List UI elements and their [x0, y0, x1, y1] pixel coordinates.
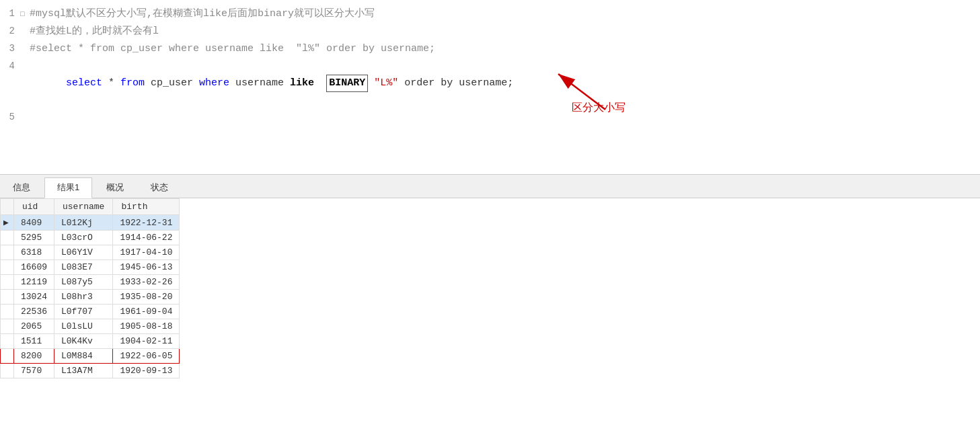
row-indicator — [1, 305, 14, 319]
table-row: 16609L083E71945-06-13 — [1, 260, 180, 275]
cell-uid: 6318 — [14, 245, 54, 260]
cell-username: L13A7M — [54, 364, 113, 378]
cell-uid: 12119 — [14, 275, 54, 290]
table-body: ▶8409L012Kj1922-12-315295L03crO1914-06-2… — [1, 215, 180, 378]
cell-username: L0M884 — [54, 349, 113, 364]
results-area: uid username birth ▶8409L012Kj1922-12-31… — [0, 198, 980, 378]
table-row: 13024L08hr31935-08-20 — [1, 290, 180, 305]
table-name: cp_user — [145, 77, 199, 89]
row-indicator — [1, 364, 14, 378]
cell-username: L06Y1V — [54, 245, 113, 260]
cell-uid: 16609 — [14, 260, 54, 275]
row-indicator — [1, 245, 14, 260]
tab-info[interactable]: 信息 — [0, 177, 43, 198]
line4-content: select * from cp_user where username lik… — [30, 58, 980, 108]
row-indicator — [1, 334, 14, 349]
uid-header: uid — [14, 199, 54, 215]
order-by: order by username; — [398, 77, 513, 89]
space-before-binary — [314, 77, 326, 89]
cell-birth: 1904-02-11 — [113, 334, 180, 349]
cell-birth: 1935-08-20 — [113, 290, 180, 305]
row-indicator — [1, 349, 14, 364]
cell-birth: 1922-12-31 — [113, 215, 180, 231]
cell-uid: 22536 — [14, 305, 54, 319]
tabs-bar: 信息 结果1 概况 状态 — [0, 175, 980, 198]
cell-username: L0K4Kv — [54, 334, 113, 349]
cell-uid: 7570 — [14, 364, 54, 378]
line2-content: #查找姓L的，此时就不会有l — [30, 24, 980, 40]
row-indicator — [1, 260, 14, 275]
cell-username: L03crO — [54, 231, 113, 245]
line-number-4: 4 — [0, 58, 20, 73]
indicator-header — [1, 199, 14, 215]
results-table: uid username birth ▶8409L012Kj1922-12-31… — [0, 198, 180, 378]
binary-keyword: BINARY — [326, 75, 368, 92]
row-indicator — [1, 290, 14, 305]
line-number-1: 1 — [0, 6, 20, 21]
cell-birth: 1961-09-04 — [113, 305, 180, 319]
like-value: "L%" — [368, 77, 398, 89]
cell-birth: 1920-09-13 — [113, 364, 180, 378]
row-indicator: ▶ — [1, 215, 14, 231]
cell-birth: 1914-06-22 — [113, 231, 180, 245]
cell-uid: 8409 — [14, 215, 54, 231]
table-row: ▶8409L012Kj1922-12-31 — [1, 215, 180, 231]
cell-birth: 1905-08-18 — [113, 319, 180, 334]
star: * — [102, 77, 120, 89]
cell-uid: 2065 — [14, 319, 54, 334]
tab-results[interactable]: 结果1 — [44, 177, 92, 198]
cell-username: L087y5 — [54, 275, 113, 290]
from-keyword: from — [120, 77, 145, 89]
table-row: 2065L0lsLU1905-08-18 — [1, 319, 180, 334]
editor-area: 1 □ #mysql默认不区分大小写,在模糊查询like后面加binary就可以… — [0, 0, 980, 175]
cell-uid: 1511 — [14, 334, 54, 349]
table-row: 5295L03crO1914-06-22 — [1, 231, 180, 245]
cell-birth: 1922-06-05 — [113, 349, 180, 364]
username-header: username — [54, 199, 113, 215]
line1-content: #mysql默认不区分大小写,在模糊查询like后面加binary就可以区分大小… — [30, 6, 980, 22]
tab-overview[interactable]: 概况 — [93, 177, 137, 198]
like-keyword: like — [290, 77, 314, 89]
table-header-row: uid username birth — [1, 199, 180, 215]
cell-uid: 8200 — [14, 349, 54, 364]
row-indicator — [1, 319, 14, 334]
table-row: 6318L06Y1V1917-04-10 — [1, 245, 180, 260]
code-line-3: 3 #select * from cp_user where username … — [0, 40, 980, 58]
code-line-1: 1 □ #mysql默认不区分大小写,在模糊查询like后面加binary就可以… — [0, 5, 980, 23]
line-number-5: 5 — [0, 110, 20, 124]
cell-uid: 13024 — [14, 290, 54, 305]
row-indicator — [1, 231, 14, 245]
cell-birth: 1933-02-26 — [113, 275, 180, 290]
cell-username: L0lsLU — [54, 319, 113, 334]
birth-header: birth — [113, 199, 180, 215]
line-number-3: 3 — [0, 41, 20, 56]
line-number-2: 2 — [0, 24, 20, 38]
cell-birth: 1945-06-13 — [113, 260, 180, 275]
code-line-5: 5 — [0, 109, 980, 125]
cell-username: L0f707 — [54, 305, 113, 319]
table-row: 22536L0f7071961-09-04 — [1, 305, 180, 319]
cell-username: L08hr3 — [54, 290, 113, 305]
line3-content: #select * from cp_user where username li… — [30, 41, 980, 57]
cell-birth: 1917-04-10 — [113, 245, 180, 260]
where-keyword: where — [199, 77, 229, 89]
cell-username: L012Kj — [54, 215, 113, 231]
table-row: 7570L13A7M1920-09-13 — [1, 364, 180, 378]
table-row: 8200L0M8841922-06-05 — [1, 349, 180, 364]
line-arrow-1: □ — [20, 9, 30, 21]
table-row: 12119L087y51933-02-26 — [1, 275, 180, 290]
col-name: username — [229, 77, 290, 89]
tab-status[interactable]: 状态 — [138, 177, 181, 198]
cell-uid: 5295 — [14, 231, 54, 245]
cell-username: L083E7 — [54, 260, 113, 275]
select-keyword: select — [66, 77, 102, 89]
row-indicator — [1, 275, 14, 290]
code-line-2: 2 #查找姓L的，此时就不会有l — [0, 23, 980, 40]
table-row: 1511L0K4Kv1904-02-11 — [1, 334, 180, 349]
code-line-4: 4 select * from cp_user where username l… — [0, 58, 980, 109]
